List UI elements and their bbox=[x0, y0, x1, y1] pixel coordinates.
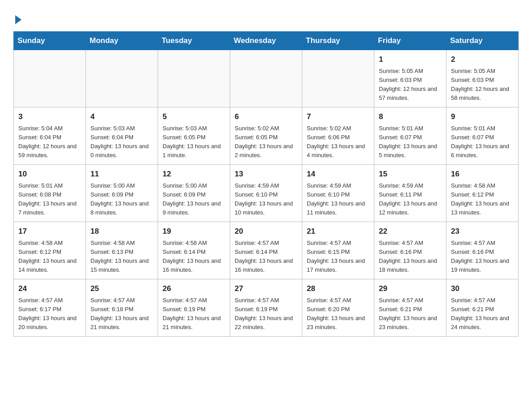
calendar-cell: 18Sunrise: 4:58 AMSunset: 6:13 PMDayligh… bbox=[86, 222, 158, 279]
day-info: Sunrise: 5:05 AMSunset: 6:03 PMDaylight:… bbox=[379, 67, 442, 103]
day-number: 4 bbox=[90, 111, 153, 123]
calendar-week-row: 10Sunrise: 5:01 AMSunset: 6:08 PMDayligh… bbox=[14, 165, 519, 222]
day-info: Sunrise: 5:05 AMSunset: 6:03 PMDaylight:… bbox=[451, 67, 514, 103]
logo bbox=[13, 9, 21, 23]
calendar-cell bbox=[86, 50, 158, 107]
calendar-cell bbox=[230, 50, 302, 107]
day-of-week-header: Wednesday bbox=[230, 32, 302, 50]
calendar-cell: 21Sunrise: 4:57 AMSunset: 6:15 PMDayligh… bbox=[302, 222, 374, 279]
day-info: Sunrise: 4:59 AMSunset: 6:10 PMDaylight:… bbox=[307, 181, 369, 218]
day-info: Sunrise: 5:01 AMSunset: 6:07 PMDaylight:… bbox=[451, 124, 514, 160]
day-number: 21 bbox=[307, 226, 369, 237]
calendar-cell: 26Sunrise: 4:57 AMSunset: 6:19 PMDayligh… bbox=[158, 279, 230, 337]
day-info: Sunrise: 5:03 AMSunset: 6:05 PMDaylight:… bbox=[163, 124, 225, 160]
day-number: 10 bbox=[18, 168, 81, 180]
calendar-header-row: SundayMondayTuesdayWednesdayThursdayFrid… bbox=[14, 32, 519, 50]
calendar-cell: 1Sunrise: 5:05 AMSunset: 6:03 PMDaylight… bbox=[374, 50, 446, 107]
day-info: Sunrise: 4:59 AMSunset: 6:11 PMDaylight:… bbox=[379, 181, 442, 218]
calendar-week-row: 1Sunrise: 5:05 AMSunset: 6:03 PMDaylight… bbox=[14, 50, 519, 107]
day-number: 17 bbox=[18, 226, 81, 237]
calendar-cell: 25Sunrise: 4:57 AMSunset: 6:18 PMDayligh… bbox=[86, 279, 158, 337]
calendar-cell bbox=[302, 50, 374, 107]
day-info: Sunrise: 5:04 AMSunset: 6:04 PMDaylight:… bbox=[18, 124, 81, 160]
calendar-cell: 27Sunrise: 4:57 AMSunset: 6:19 PMDayligh… bbox=[230, 279, 302, 337]
calendar-cell: 13Sunrise: 4:59 AMSunset: 6:10 PMDayligh… bbox=[230, 165, 302, 222]
calendar-cell: 3Sunrise: 5:04 AMSunset: 6:04 PMDaylight… bbox=[14, 107, 86, 165]
day-of-week-header: Sunday bbox=[14, 32, 86, 50]
day-of-week-header: Saturday bbox=[446, 32, 519, 50]
day-number: 19 bbox=[163, 226, 225, 237]
day-info: Sunrise: 4:57 AMSunset: 6:20 PMDaylight:… bbox=[307, 296, 369, 332]
day-info: Sunrise: 4:57 AMSunset: 6:15 PMDaylight:… bbox=[307, 239, 369, 275]
day-number: 8 bbox=[379, 111, 442, 123]
calendar-cell: 29Sunrise: 4:57 AMSunset: 6:21 PMDayligh… bbox=[374, 279, 446, 337]
day-number: 14 bbox=[307, 168, 369, 180]
calendar-cell: 22Sunrise: 4:57 AMSunset: 6:16 PMDayligh… bbox=[374, 222, 446, 279]
calendar-cell: 23Sunrise: 4:57 AMSunset: 6:16 PMDayligh… bbox=[446, 222, 519, 279]
calendar-cell: 28Sunrise: 4:57 AMSunset: 6:20 PMDayligh… bbox=[302, 279, 374, 337]
day-number: 1 bbox=[379, 54, 442, 65]
day-info: Sunrise: 5:02 AMSunset: 6:06 PMDaylight:… bbox=[307, 124, 369, 160]
day-info: Sunrise: 4:58 AMSunset: 6:12 PMDaylight:… bbox=[451, 181, 514, 218]
day-of-week-header: Thursday bbox=[302, 32, 374, 50]
day-of-week-header: Monday bbox=[86, 32, 158, 50]
day-number: 6 bbox=[235, 111, 297, 123]
calendar-week-row: 3Sunrise: 5:04 AMSunset: 6:04 PMDaylight… bbox=[14, 107, 519, 165]
day-number: 22 bbox=[379, 226, 442, 237]
day-info: Sunrise: 4:57 AMSunset: 6:18 PMDaylight:… bbox=[90, 296, 153, 332]
day-number: 9 bbox=[451, 111, 514, 123]
calendar-cell: 7Sunrise: 5:02 AMSunset: 6:06 PMDaylight… bbox=[302, 107, 374, 165]
day-info: Sunrise: 5:02 AMSunset: 6:05 PMDaylight:… bbox=[235, 124, 297, 160]
calendar-cell: 16Sunrise: 4:58 AMSunset: 6:12 PMDayligh… bbox=[446, 165, 519, 222]
day-number: 25 bbox=[90, 283, 153, 295]
day-number: 24 bbox=[18, 283, 81, 295]
calendar-cell: 9Sunrise: 5:01 AMSunset: 6:07 PMDaylight… bbox=[446, 107, 519, 165]
calendar-cell: 8Sunrise: 5:01 AMSunset: 6:07 PMDaylight… bbox=[374, 107, 446, 165]
day-info: Sunrise: 5:01 AMSunset: 6:08 PMDaylight:… bbox=[18, 181, 81, 218]
calendar-cell: 17Sunrise: 4:58 AMSunset: 6:12 PMDayligh… bbox=[14, 222, 86, 279]
day-info: Sunrise: 5:00 AMSunset: 6:09 PMDaylight:… bbox=[90, 181, 153, 218]
day-info: Sunrise: 4:57 AMSunset: 6:21 PMDaylight:… bbox=[451, 296, 514, 332]
calendar-table: SundayMondayTuesdayWednesdayThursdayFrid… bbox=[13, 31, 519, 337]
calendar-week-row: 17Sunrise: 4:58 AMSunset: 6:12 PMDayligh… bbox=[14, 222, 519, 279]
calendar-cell: 5Sunrise: 5:03 AMSunset: 6:05 PMDaylight… bbox=[158, 107, 230, 165]
day-info: Sunrise: 5:00 AMSunset: 6:09 PMDaylight:… bbox=[163, 181, 225, 218]
day-number: 26 bbox=[163, 283, 225, 295]
day-number: 27 bbox=[235, 283, 297, 295]
calendar-cell: 30Sunrise: 4:57 AMSunset: 6:21 PMDayligh… bbox=[446, 279, 519, 337]
day-info: Sunrise: 4:58 AMSunset: 6:12 PMDaylight:… bbox=[18, 239, 81, 275]
day-info: Sunrise: 5:03 AMSunset: 6:04 PMDaylight:… bbox=[90, 124, 153, 160]
day-number: 5 bbox=[163, 111, 225, 123]
day-info: Sunrise: 4:57 AMSunset: 6:21 PMDaylight:… bbox=[379, 296, 442, 332]
logo-arrow-icon bbox=[15, 15, 21, 24]
day-of-week-header: Tuesday bbox=[158, 32, 230, 50]
calendar-cell: 10Sunrise: 5:01 AMSunset: 6:08 PMDayligh… bbox=[14, 165, 86, 222]
day-number: 28 bbox=[307, 283, 369, 295]
calendar-cell bbox=[14, 50, 86, 107]
calendar-cell: 11Sunrise: 5:00 AMSunset: 6:09 PMDayligh… bbox=[86, 165, 158, 222]
calendar-cell: 19Sunrise: 4:58 AMSunset: 6:14 PMDayligh… bbox=[158, 222, 230, 279]
calendar-cell: 20Sunrise: 4:57 AMSunset: 6:14 PMDayligh… bbox=[230, 222, 302, 279]
calendar-cell: 12Sunrise: 5:00 AMSunset: 6:09 PMDayligh… bbox=[158, 165, 230, 222]
day-info: Sunrise: 4:57 AMSunset: 6:19 PMDaylight:… bbox=[235, 296, 297, 332]
calendar-cell bbox=[158, 50, 230, 107]
day-info: Sunrise: 4:58 AMSunset: 6:14 PMDaylight:… bbox=[163, 239, 225, 275]
day-info: Sunrise: 4:59 AMSunset: 6:10 PMDaylight:… bbox=[235, 181, 297, 218]
day-info: Sunrise: 4:57 AMSunset: 6:19 PMDaylight:… bbox=[163, 296, 225, 332]
page-header bbox=[13, 9, 519, 23]
day-number: 11 bbox=[90, 168, 153, 180]
day-number: 7 bbox=[307, 111, 369, 123]
day-info: Sunrise: 4:58 AMSunset: 6:13 PMDaylight:… bbox=[90, 239, 153, 275]
day-info: Sunrise: 5:01 AMSunset: 6:07 PMDaylight:… bbox=[379, 124, 442, 160]
day-number: 16 bbox=[451, 168, 514, 180]
day-info: Sunrise: 4:57 AMSunset: 6:17 PMDaylight:… bbox=[18, 296, 81, 332]
day-number: 3 bbox=[18, 111, 81, 123]
day-info: Sunrise: 4:57 AMSunset: 6:16 PMDaylight:… bbox=[379, 239, 442, 275]
day-number: 2 bbox=[451, 54, 514, 65]
day-number: 23 bbox=[451, 226, 514, 237]
day-number: 13 bbox=[235, 168, 297, 180]
day-info: Sunrise: 4:57 AMSunset: 6:14 PMDaylight:… bbox=[235, 239, 297, 275]
calendar-cell: 2Sunrise: 5:05 AMSunset: 6:03 PMDaylight… bbox=[446, 50, 519, 107]
day-number: 30 bbox=[451, 283, 514, 295]
calendar-cell: 15Sunrise: 4:59 AMSunset: 6:11 PMDayligh… bbox=[374, 165, 446, 222]
